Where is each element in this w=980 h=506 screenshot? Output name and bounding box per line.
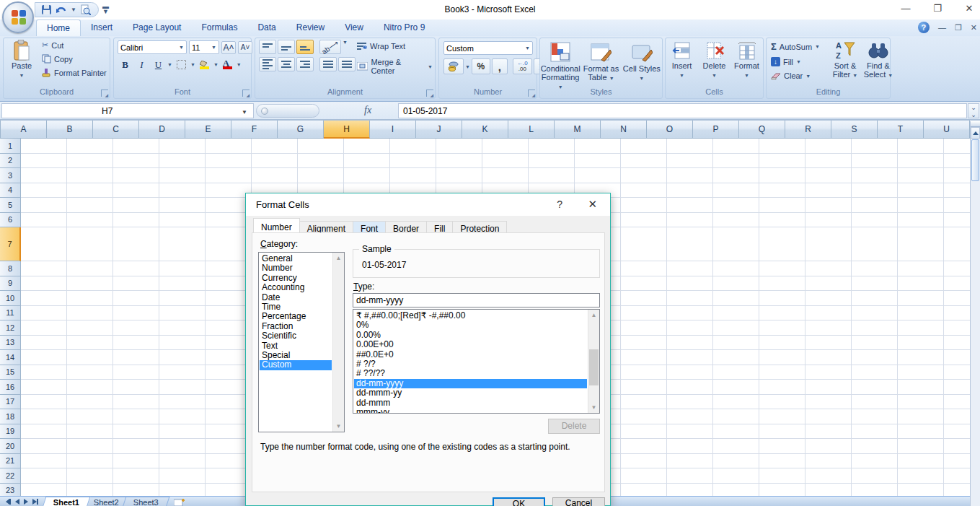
ribbon-tab-nitro-pro-9[interactable]: Nitro Pro 9 <box>374 19 435 36</box>
previous-sheet-icon[interactable] <box>15 499 19 505</box>
type-input[interactable]: dd-mm-yyyy <box>353 293 600 307</box>
row-header-12[interactable]: 12 <box>0 320 21 336</box>
ribbon-tab-review[interactable]: Review <box>286 19 335 36</box>
row-header-3[interactable]: 3 <box>0 168 21 183</box>
format-painter-button[interactable]: Format Painter <box>40 67 109 78</box>
wrap-text-button[interactable]: Wrap Text <box>355 41 435 51</box>
italic-button[interactable]: I <box>134 58 149 71</box>
column-header-M[interactable]: M <box>555 121 601 139</box>
row-header-16[interactable]: 16 <box>0 380 21 395</box>
formula-bar-splitter[interactable] <box>256 104 319 118</box>
grow-font-button[interactable]: A˄ <box>221 41 236 54</box>
qat-customize-icon[interactable]: ▬▼ <box>102 4 109 14</box>
sort-filter-button[interactable]: AZ Sort & Filter ▼ <box>830 39 860 79</box>
row-header-14[interactable]: 14 <box>0 350 21 365</box>
ribbon-tab-insert[interactable]: Insert <box>81 19 123 36</box>
ribbon-tab-view[interactable]: View <box>335 19 374 36</box>
bold-button[interactable]: B <box>118 58 133 71</box>
column-header-B[interactable]: B <box>47 121 93 139</box>
row-header-6[interactable]: 6 <box>0 213 21 228</box>
column-header-T[interactable]: T <box>878 121 924 139</box>
paste-button[interactable]: Paste▼ <box>6 40 37 86</box>
ribbon-tab-data[interactable]: Data <box>247 19 286 36</box>
row-header-11[interactable]: 11 <box>0 306 21 321</box>
ok-button[interactable]: OK <box>493 497 545 506</box>
format-code-item[interactable]: dd-mmm-yy <box>354 388 587 398</box>
row-header-8[interactable]: 8 <box>0 261 21 276</box>
delete-button[interactable]: Delete <box>548 419 600 434</box>
column-header-C[interactable]: C <box>93 121 139 139</box>
comma-style-button[interactable]: , <box>492 58 508 74</box>
font-color-button[interactable]: A <box>220 58 235 71</box>
number-dialog-launcher-icon[interactable] <box>528 90 535 97</box>
category-item-fraction[interactable]: Fraction <box>260 322 332 331</box>
align-left-button[interactable] <box>259 57 276 71</box>
format-codes-listbox[interactable]: ₹ #,##0.00;[Red]₹ -#,##0.000%0.00%0.00E+… <box>353 309 600 414</box>
align-center-button[interactable] <box>278 57 295 71</box>
column-header-I[interactable]: I <box>370 121 416 139</box>
format-code-item[interactable]: ₹ #,##0.00;[Red]₹ -#,##0.00 <box>354 311 587 320</box>
accounting-dropdown-icon[interactable]: ▼ <box>465 64 470 69</box>
column-header-D[interactable]: D <box>139 121 185 139</box>
shrink-font-button[interactable]: A˅ <box>238 41 252 54</box>
autosum-button[interactable]: Σ AutoSum▼ <box>769 40 822 53</box>
ribbon-tab-page-layout[interactable]: Page Layout <box>123 19 191 36</box>
row-cells-3[interactable] <box>21 168 970 183</box>
fill-button[interactable]: ↓ Fill▼ <box>769 56 822 67</box>
increase-indent-button[interactable] <box>338 57 356 71</box>
font-dialog-launcher-icon[interactable] <box>242 90 250 97</box>
bottom-align-button[interactable] <box>296 40 314 54</box>
print-preview-icon[interactable] <box>80 4 91 15</box>
format-code-item[interactable]: ##0.0E+0 <box>354 350 587 359</box>
cell-styles-button[interactable]: Cell Styles ▼ <box>622 40 662 87</box>
borders-button[interactable] <box>174 58 189 71</box>
row-header-20[interactable]: 20 <box>0 439 21 454</box>
delete-cells-button[interactable]: Delete▼ <box>699 40 730 87</box>
font-color-dropdown-icon[interactable]: ▼ <box>237 62 242 67</box>
category-scrollbar[interactable]: ▲ ▼ <box>332 253 344 432</box>
column-header-U[interactable]: U <box>924 121 970 139</box>
sheet-tab-sheet3[interactable]: Sheet3 <box>123 497 170 506</box>
column-header-O[interactable]: O <box>647 121 693 139</box>
scroll-down-icon[interactable]: ▼ <box>588 402 599 413</box>
column-header-G[interactable]: G <box>278 121 324 139</box>
row-header-4[interactable]: 4 <box>0 183 21 199</box>
insert-function-button[interactable]: fx <box>364 105 371 116</box>
format-code-item[interactable]: dd-mmm <box>354 398 587 408</box>
row-header-21[interactable]: 21 <box>0 454 21 469</box>
row-header-2[interactable]: 2 <box>0 154 21 169</box>
format-code-item[interactable]: 0.00% <box>354 331 587 340</box>
category-item-general[interactable]: General <box>260 254 332 263</box>
column-header-L[interactable]: L <box>508 121 555 139</box>
format-code-item[interactable]: 0.00E+00 <box>354 340 587 349</box>
workbook-restore-icon[interactable]: ❐ <box>955 23 962 32</box>
row-cells-1[interactable] <box>21 139 970 154</box>
workbook-close-icon[interactable]: ✕ <box>971 23 977 32</box>
row-header-23[interactable]: 23 <box>0 484 21 497</box>
column-header-Q[interactable]: Q <box>739 121 785 139</box>
workbook-minimize-icon[interactable]: — <box>938 23 946 32</box>
vertical-scroll-thumb[interactable] <box>971 139 979 181</box>
format-code-item[interactable]: # ??/?? <box>354 369 587 378</box>
row-cells-2[interactable] <box>21 154 970 169</box>
ribbon-tab-home[interactable]: Home <box>36 19 81 36</box>
accounting-format-button[interactable] <box>443 58 464 74</box>
category-item-special[interactable]: Special <box>260 351 332 360</box>
row-header-15[interactable]: 15 <box>0 365 21 380</box>
select-all-button[interactable] <box>0 121 1 139</box>
insert-cells-button[interactable]: Insert▼ <box>667 40 697 87</box>
category-item-time[interactable]: Time <box>260 302 332 312</box>
underline-dropdown-icon[interactable]: ▼ <box>167 62 172 67</box>
ribbon-tab-formulas[interactable]: Formulas <box>191 19 247 36</box>
top-align-button[interactable] <box>259 40 276 54</box>
category-item-percentage[interactable]: Percentage <box>260 312 332 321</box>
borders-dropdown-icon[interactable]: ▼ <box>190 62 195 67</box>
vertical-scrollbar[interactable] <box>970 121 980 506</box>
category-item-date[interactable]: Date <box>260 293 332 302</box>
split-handle[interactable] <box>971 121 980 127</box>
alignment-dialog-launcher-icon[interactable] <box>426 90 433 97</box>
scroll-down-icon[interactable]: ▼ <box>333 421 344 432</box>
percent-style-button[interactable]: % <box>472 58 490 74</box>
format-code-item[interactable]: # ?/? <box>354 359 587 369</box>
underline-button[interactable]: U <box>151 58 166 71</box>
